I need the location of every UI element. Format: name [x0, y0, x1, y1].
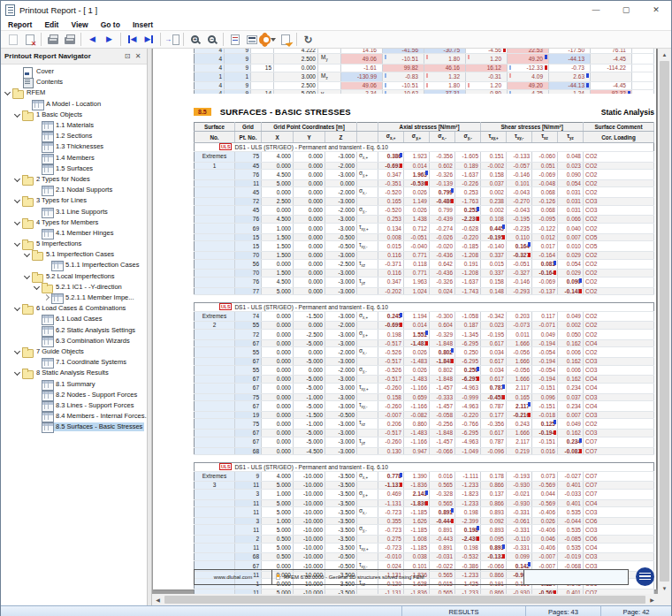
scroll-right-icon[interactable]: ▶	[646, 594, 658, 605]
prev-page-button[interactable]: ◀	[85, 32, 100, 47]
delete-page-button[interactable]	[22, 32, 37, 47]
tree-item-5-2-local-imperfections[interactable]: 5.2 Local Imperfections	[1, 271, 147, 282]
maximize-button[interactable]: ▢	[611, 1, 641, 19]
menu-insert[interactable]: Insert	[133, 20, 153, 29]
symbol-cell: τxy,+	[357, 223, 378, 233]
tree-item-8-3-lines-support-forces[interactable]: 8.3 Lines - Support Forces	[1, 400, 147, 411]
tree-item-6-3-combination-wizards[interactable]: 6.3 Combination Wizards	[1, 336, 147, 346]
scroll-left-icon[interactable]: ◀	[152, 594, 164, 605]
stress-value-cell: -1.457	[430, 437, 455, 447]
value: -1.637	[462, 278, 478, 285]
chevron-down-icon[interactable]	[22, 250, 32, 259]
tree-item-3-types-for-lines[interactable]: 3 Types for Lines	[1, 195, 147, 206]
tree-item-1-3-thicknesses[interactable]: 1.3 Thicknesses	[1, 141, 147, 152]
minimize-button[interactable]: —	[581, 1, 611, 19]
tree-item-6-1-load-cases[interactable]: 6.1 Load Cases	[1, 314, 147, 324]
tree-item-8-2-nodes-support-forces[interactable]: 8.2 Nodes - Support Forces	[1, 390, 147, 400]
tree-item-5-1-imperfection-cases[interactable]: 5.1 Imperfection Cases	[1, 249, 147, 260]
dock-icon[interactable]: ⊡	[122, 52, 133, 60]
stress-value-cell: -0.164	[532, 252, 558, 260]
chevron-down-icon[interactable]	[12, 110, 22, 119]
stress-value-cell: 0.189	[455, 162, 481, 170]
tree-item-cover[interactable]: Cover	[1, 66, 147, 77]
chevron-down-icon[interactable]	[32, 283, 42, 292]
tree-item-8-1-summary[interactable]: 8.1 Summary	[1, 378, 147, 389]
chevron-down-icon[interactable]	[3, 88, 12, 97]
chevron-down-icon[interactable]	[12, 369, 22, 377]
value: -1.637	[462, 171, 478, 178]
tree-item-contents[interactable]: Contents	[1, 77, 147, 87]
horizontal-scrollbar[interactable]: ◀ ▶	[152, 594, 658, 605]
chevron-down-icon[interactable]	[22, 272, 32, 281]
tree-item-1-5-surfaces[interactable]: 1.5 Surfaces	[1, 164, 147, 174]
chevron-down-icon[interactable]	[12, 196, 22, 205]
next-page-button[interactable]: ▶	[102, 32, 117, 47]
tree-item-2-1-nodal-supports[interactable]: 2.1 Nodal Supports	[1, 185, 147, 195]
menu-report[interactable]: Report	[8, 20, 32, 29]
page-setup-button[interactable]	[227, 32, 242, 47]
tree-item-4-types-for-members[interactable]: 4 Types for Members	[1, 217, 147, 228]
tree-item-5-1-1-imperfection-cases[interactable]: 5.1.1 Imperfection Cases	[1, 260, 147, 270]
tree-item-1-2-sections[interactable]: 1.2 Sections	[1, 131, 147, 141]
tree-item-8-4-members-internal-forces[interactable]: 8.4 Members - Internal Forces...	[1, 411, 147, 422]
report-page: 494.22214.16-41.56-30.75-4.5622.53-17.50…	[153, 49, 656, 589]
tree-item-a-model-location[interactable]: A Model - Location	[1, 99, 147, 110]
new-page-button[interactable]	[5, 32, 20, 47]
print-button[interactable]	[45, 32, 60, 47]
stress-value-cell: 0.015	[378, 241, 404, 252]
zoom-in-button[interactable]: +	[187, 32, 202, 47]
last-page-button[interactable]: ▶	[141, 32, 157, 47]
print-settings-button[interactable]	[62, 32, 77, 47]
coordinate-cell: -5.000	[294, 437, 325, 447]
stress-value-cell: 0.068	[532, 205, 558, 216]
chevron-down-icon[interactable]	[12, 175, 22, 184]
chevron-down-icon[interactable]	[12, 347, 22, 356]
menu-edit[interactable]: Edit	[44, 20, 58, 29]
chevron-down-icon[interactable]	[12, 218, 22, 227]
stress-value-cell: -1.848	[430, 376, 455, 384]
dlubal-logo	[636, 567, 654, 586]
go-to-page-button[interactable]	[164, 32, 179, 47]
tree-item-2-types-for-nodes[interactable]: 2 Types for Nodes	[1, 174, 147, 185]
tree-item-8-static-analysis-results[interactable]: 8 Static Analysis Results	[1, 368, 147, 378]
chevron-down-icon[interactable]	[12, 304, 22, 313]
report-settings-button[interactable]	[261, 32, 276, 47]
tree-item-3-1-line-supports[interactable]: 3.1 Line Supports	[1, 206, 147, 217]
tree-item-5-2-1-ic1-y-direction[interactable]: 5.2.1 IC1 - -Y-direction	[1, 282, 147, 293]
edit-header-button[interactable]	[278, 32, 293, 47]
scroll-down-icon[interactable]: ▼	[659, 582, 670, 594]
tree-item-6-load-cases-combinations[interactable]: 6 Load Cases & Combinations	[1, 303, 147, 314]
value: 1.20	[490, 82, 501, 88]
tree-item-6-2-static-analysis-settings[interactable]: 6.2 Static Analysis Settings	[1, 325, 147, 336]
tree-item-1-basic-objects[interactable]: 1 Basic Objects	[1, 110, 147, 120]
tree-item-5-2-1-1-member-impe[interactable]: 5.2.1.1 Member Impe...	[1, 293, 147, 303]
close-button[interactable]: ✕	[641, 1, 671, 19]
zoom-out-button[interactable]: −	[204, 32, 219, 47]
tree-item-4-1-member-hinges[interactable]: 4.1 Member Hinges	[1, 228, 147, 239]
scroll-up-icon[interactable]: ▲	[659, 49, 670, 60]
menu-view[interactable]: View	[71, 20, 88, 29]
tree-item-1-4-members[interactable]: 1.4 Members	[1, 153, 147, 164]
tree-item-7-guide-objects[interactable]: 7 Guide Objects	[1, 346, 147, 357]
horizontal-scroll-thumb[interactable]	[164, 596, 645, 604]
vertical-scrollbar[interactable]: ▲ ▼	[658, 49, 671, 594]
value-cell: 99.82	[383, 65, 424, 72]
tree-item-rfem[interactable]: RFEM	[1, 87, 147, 98]
tree-item-1-1-materials[interactable]: 1.1 Materials	[1, 120, 147, 131]
tree-item-5-imperfections[interactable]: 5 Imperfections	[1, 239, 147, 249]
menu-go-to[interactable]: Go to	[101, 20, 120, 29]
chevron-down-icon[interactable]	[12, 240, 22, 248]
first-page-button[interactable]: ◀	[125, 32, 140, 47]
coordinate-cell: 4.000	[262, 471, 294, 482]
loading-cell: CO2	[584, 277, 654, 287]
value: -1.483	[411, 358, 427, 364]
chevron-right-icon[interactable]	[42, 293, 51, 302]
surface-no-cell	[195, 553, 235, 561]
tree-item-7-1-coordinate-systems[interactable]: 7.1 Coordinate Systems	[1, 357, 147, 368]
close-navigator-icon[interactable]: ✕	[133, 52, 143, 60]
vertical-scroll-thumb[interactable]	[660, 61, 669, 582]
display-settings-button[interactable]	[244, 32, 259, 47]
value: 0.037	[567, 394, 581, 400]
tree-item-8-5-surfaces-basic-stresses[interactable]: 8.5 Surfaces - Basic Stresses	[1, 422, 147, 432]
refresh-button[interactable]: ↻	[301, 32, 316, 47]
